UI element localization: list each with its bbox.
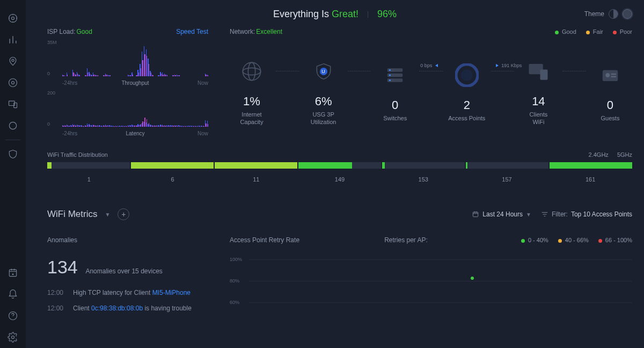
svg-rect-26 [611, 74, 617, 75]
nav-dashboard-icon[interactable] [6, 12, 19, 25]
filter-selector[interactable]: Filter: Top 10 Access Points [541, 211, 632, 218]
svg-point-19 [389, 79, 391, 81]
svg-point-21 [461, 69, 473, 81]
theme-dark-icon[interactable] [623, 9, 632, 19]
anomaly-row: 12:00Client 0c:98:38:db:08:0b is having … [47, 301, 208, 316]
speed-test-link[interactable]: Speed Test [176, 28, 208, 35]
calendar-icon [472, 211, 479, 218]
svg-point-1 [12, 17, 14, 20]
svg-point-13 [248, 62, 255, 80]
svg-point-4 [12, 82, 14, 84]
topo-switches[interactable]: 0 Switches [373, 63, 417, 122]
clients-icon [526, 59, 551, 84]
throughput-chart: 35M 0 -24hrs Throughput Now [47, 40, 208, 86]
network-panel: Network: Excellent Good Fair Poor 1% Int… [230, 28, 632, 141]
svg-point-0 [9, 15, 17, 23]
nav-alerts-icon[interactable] [6, 288, 19, 301]
anomaly-client-link[interactable]: 0c:98:38:db:08:0b [91, 305, 143, 312]
isp-load-panel: ISP Load: Good Speed Test 35M 0 -24hrs T… [47, 28, 208, 141]
anomalies-widget: Anomalies 134 Anomalies over 15 devices … [47, 236, 208, 321]
globe-icon [239, 59, 264, 84]
nav-events-icon[interactable] [6, 266, 19, 279]
wifi-channel-bar[interactable] [382, 162, 465, 169]
svg-point-7 [9, 122, 16, 129]
nav-clients-icon[interactable] [6, 98, 19, 111]
main-content: Everything Is Great! | 96% Theme ISP Loa… [26, 0, 644, 348]
svg-point-2 [12, 59, 14, 61]
svg-point-3 [9, 79, 17, 87]
svg-point-25 [605, 73, 610, 77]
svg-rect-27 [611, 76, 617, 77]
svg-rect-24 [603, 70, 618, 82]
sidebar [0, 0, 26, 348]
topology-row: 1% InternetCapacity U 6% USG 3PUtilizati… [230, 59, 632, 126]
theme-light-icon[interactable] [609, 9, 618, 19]
wifi-channel-bar[interactable] [131, 162, 214, 169]
topo-guests[interactable]: 0 Guests [588, 63, 632, 122]
add-widget-button[interactable]: + [118, 208, 129, 220]
network-status: Excellent [256, 28, 282, 35]
time-range-selector[interactable]: Last 24 Hours ▼ [472, 211, 531, 218]
switch-icon [383, 63, 407, 88]
guest-icon [598, 63, 623, 88]
svg-point-10 [12, 336, 14, 339]
nav-devices-icon[interactable] [6, 76, 19, 89]
svg-rect-28 [473, 212, 478, 217]
wifi-channel-bar[interactable] [215, 162, 297, 169]
filter-icon [541, 211, 548, 218]
nav-map-icon[interactable] [6, 55, 19, 68]
status-headline: Everything Is Great! [273, 9, 358, 20]
sidebar-divider [5, 140, 20, 140]
svg-point-17 [389, 69, 391, 71]
panel-title: WiFi Metrics [47, 209, 97, 220]
wifi-distribution-panel: WiFi Traffic Distribution 2.4GHz 5GHz 16… [26, 141, 644, 183]
nav-stats-icon[interactable] [6, 33, 19, 46]
svg-point-18 [389, 75, 391, 76]
theme-control: Theme [584, 9, 632, 19]
panel-dropdown-icon[interactable]: ▼ [105, 212, 110, 218]
ap-icon [455, 63, 479, 88]
retry-chart: 100%80%60% [230, 257, 632, 321]
topo-clients[interactable]: 14 ClientsWiFi [516, 59, 560, 126]
wifi-metrics-panel: WiFi Metrics ▼ + Last 24 Hours ▼ Filter:… [26, 208, 644, 321]
topbar: Everything Is Great! | 96% Theme [26, 0, 644, 28]
svg-point-12 [243, 68, 260, 75]
svg-rect-23 [540, 70, 548, 80]
network-legend: Good Fair Poor [555, 28, 632, 35]
svg-point-11 [243, 62, 260, 80]
anomaly-count: 134 [47, 257, 78, 278]
retry-legend: 0 - 40% 40 - 66% 66 - 100% [521, 237, 632, 243]
wifi-channel-bar[interactable] [550, 162, 632, 169]
anomaly-row: 12:00High TCP latency for Client MI5-MiP… [47, 285, 208, 301]
wifi-channel-bar[interactable] [466, 162, 548, 169]
nav-help-icon[interactable] [6, 309, 19, 322]
topo-usg[interactable]: U 6% USG 3PUtilization [302, 59, 346, 126]
nav-settings-icon[interactable] [6, 331, 19, 344]
nav-insights-icon[interactable] [6, 119, 19, 132]
latency-chart: 200 0 -24hrs Latency Now [47, 90, 208, 136]
wifi-channel-bar[interactable] [47, 162, 130, 169]
topo-aps[interactable]: 2 Access Points [445, 63, 489, 122]
wifi-channel-bar[interactable] [298, 162, 381, 169]
topo-internet[interactable]: 1% InternetCapacity [230, 59, 274, 126]
isp-status: Good [77, 28, 92, 35]
health-score: 96% [377, 9, 397, 20]
retry-rate-widget: Access Point Retry Rate Retries per AP: … [230, 236, 632, 321]
anomaly-client-link[interactable]: MI5-MiPhone [152, 289, 191, 296]
shield-icon: U [311, 59, 336, 84]
nav-security-icon[interactable] [6, 148, 19, 161]
